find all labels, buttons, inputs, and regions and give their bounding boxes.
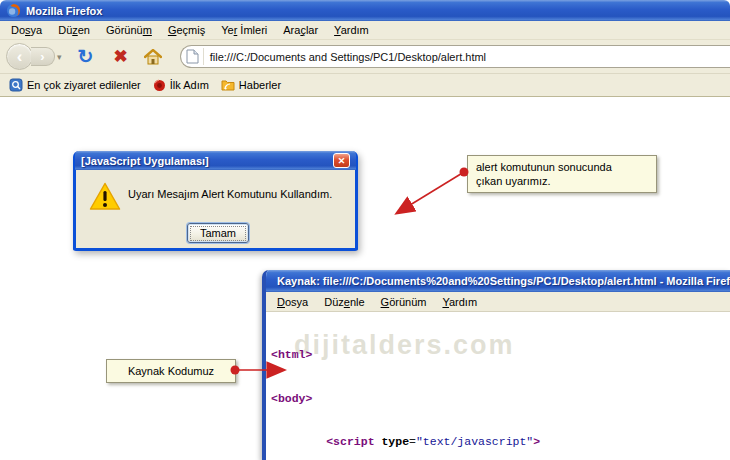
menu-dosya[interactable]: Dosya [270,294,315,310]
page-favicon [186,48,204,65]
main-menubar: Dosya Düzen Görünüm Geçmiş Yer İmleri Ar… [0,21,730,40]
back-button[interactable]: ‹ [6,43,33,70]
alert-dialog-body: Uyarı Mesajım Alert Komutunu Kullandım. … [76,170,355,248]
bookmark-label: Haberler [239,79,281,91]
most-visited-icon [9,78,23,92]
close-button[interactable]: ✕ [333,153,350,168]
code-line: <script type="text/javascript"> [271,435,730,450]
history-dropdown-icon[interactable]: ▾ [57,52,62,62]
back-forward-group: ‹ › [6,43,55,70]
alert-annotation-note: alert komutunun sonucunda çıkan uyarımız… [467,155,657,193]
code-line: <html> [271,348,730,363]
note-text: Kaynak Kodumuz [128,365,214,377]
source-window-title: Kaynak: file:///C:/Documents%20and%20Set… [277,275,730,287]
source-window-titlebar: Kaynak: file:///C:/Documents%20and%20Set… [266,270,730,292]
forward-icon: › [40,49,44,64]
source-code-view[interactable]: dijitalders.com <html> <body> <script ty… [266,312,730,460]
menu-duzenle[interactable]: Düzenle [317,294,371,310]
menu-araclar[interactable]: Araçlar [276,22,325,38]
code-line: <body> [271,392,730,407]
home-button[interactable] [144,49,162,65]
blank-page-icon [186,49,199,64]
note-line: alert komutunun sonucunda [476,160,648,174]
alert-message: Uyarı Mesajım Alert Komutunu Kullandım. [128,188,332,200]
screenshot-stage: Mozilla Firefox Dosya Düzen Görünüm Geçm… [0,0,730,460]
home-icon [144,49,162,65]
firefox-icon [6,3,21,18]
bookmark-haberler[interactable]: Haberler [218,78,284,92]
reload-icon: ↻ [78,46,94,67]
back-icon: ‹ [17,47,23,67]
getting-started-icon [153,79,166,92]
address-url: file:///C:/Documents and Settings/PC1/De… [204,51,486,63]
bookmarks-toolbar: En çok ziyaret edilenler İlk Adım Haberl… [0,74,730,97]
menu-duzen[interactable]: Düzen [51,22,97,38]
javascript-alert-dialog: [JavaScript Uygulaması] ✕ Uyarı Mesajım … [73,151,358,251]
alert-dialog-title: [JavaScript Uygulaması] [81,155,209,167]
source-annotation-note: Kaynak Kodumuz [106,359,236,383]
view-source-window: Kaynak: file:///C:/Documents%20and%20Set… [262,270,730,460]
bookmark-ilk-adim[interactable]: İlk Adım [150,78,212,93]
main-navbar: ‹ › ▾ ↻ ✖ file:///C:/Documents and Setti… [0,40,730,74]
menu-gorunum[interactable]: Görünüm [374,294,434,310]
address-bar[interactable]: file:///C:/Documents and Settings/PC1/De… [180,45,730,68]
main-window-title: Mozilla Firefox [26,5,102,17]
stop-icon: ✖ [113,47,127,66]
reload-button[interactable]: ↻ [78,47,94,66]
bookmark-label: İlk Adım [170,79,209,91]
stop-button[interactable]: ✖ [113,48,127,65]
menu-dosya[interactable]: Dosya [4,22,49,38]
menu-gorunum[interactable]: Görünüm [99,22,159,38]
ok-button[interactable]: Tamam [187,223,249,243]
source-code: <html> <body> <script type="text/javascr… [271,319,730,460]
menu-yardim[interactable]: Yardım [435,294,484,310]
alert-dialog-titlebar: [JavaScript Uygulaması] ✕ [75,151,356,170]
forward-button[interactable]: › [31,47,55,66]
rss-feed-icon [221,79,235,91]
main-window-titlebar: Mozilla Firefox [0,0,730,21]
menu-yardim[interactable]: Yardım [327,22,376,38]
note-line: çıkan uyarımız. [476,174,648,188]
menu-gecmis[interactable]: Geçmiş [161,22,212,38]
warning-icon [89,182,121,211]
source-menubar: Dosya Düzenle Görünüm Yardım [266,292,730,312]
menu-yer-imleri[interactable]: Yer İmleri [214,22,274,38]
close-icon: ✕ [338,156,346,166]
bookmark-label: En çok ziyaret edilenler [27,79,141,91]
bookmark-most-visited[interactable]: En çok ziyaret edilenler [6,77,144,93]
ok-button-label: Tamam [190,226,246,241]
